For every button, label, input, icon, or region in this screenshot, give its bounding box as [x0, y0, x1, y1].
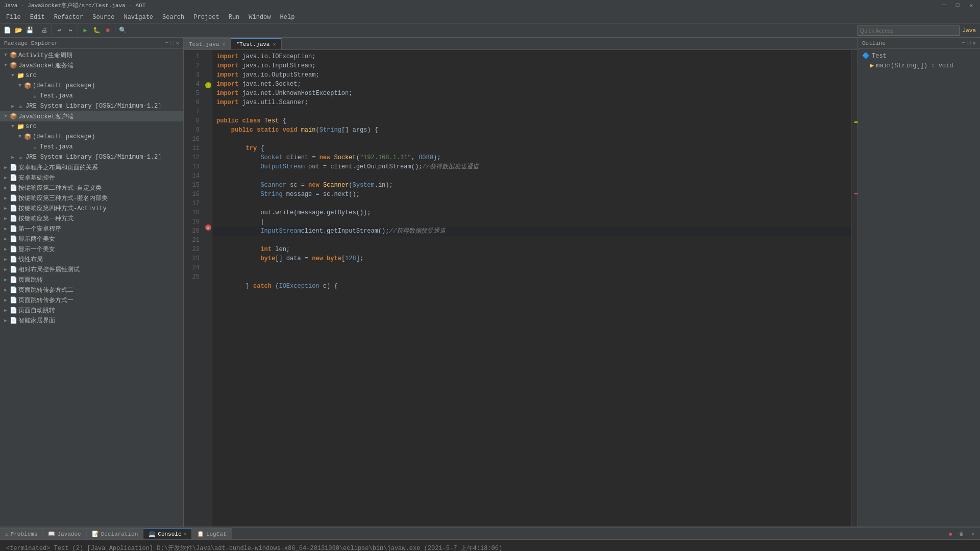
maximize-button[interactable]: □ [953, 2, 963, 9]
pe-close-icon[interactable]: ✕ [176, 40, 179, 46]
tree-label: Test.java [40, 92, 73, 99]
menu-navigate[interactable]: Navigate [119, 13, 157, 22]
console-close-icon[interactable]: ✕ [184, 531, 186, 537]
console-stop-icon[interactable]: ■ [945, 529, 955, 539]
tree-item-layout[interactable]: ▶ 📄 安卓程序之布局和页面的关系 [0, 162, 183, 172]
tree-item-key4[interactable]: ▶ 📄 按键响应第四种方式-Activity [0, 203, 183, 213]
menu-project[interactable]: Project [189, 13, 223, 22]
menu-file[interactable]: File [2, 13, 25, 22]
item-icon: 📄 [9, 235, 17, 243]
tree-label: 显示两个美女 [18, 235, 55, 243]
tree-item-one-girl[interactable]: ▶ 📄 显示一个美女 [0, 244, 183, 254]
toolbar-save[interactable]: 💾 [24, 26, 35, 36]
tree-item-client-jre[interactable]: ▶ ☕ JRE System Library [OSGi/Minimum-1.2… [0, 152, 183, 162]
tree-item-server-test[interactable]: ☕ Test.java [0, 91, 183, 101]
menu-help[interactable]: Help [276, 13, 299, 22]
console-scroll-icon[interactable]: ⬇ [968, 529, 978, 539]
tree-item-client-test[interactable]: ☕ Test.java [0, 142, 183, 152]
tab-javadoc[interactable]: 📖 Javadoc [43, 528, 86, 539]
toolbar-debug[interactable]: 🐛 [91, 26, 102, 36]
tree-item-controls[interactable]: ▶ 📄 安卓基础控件 [0, 172, 183, 183]
toolbar-perspective-java[interactable]: Java [961, 26, 978, 36]
pe-minimize-icon[interactable]: ─ [165, 40, 168, 46]
toolbar-undo[interactable]: ↩ [54, 26, 64, 36]
toolbar-stop[interactable]: ■ [103, 26, 113, 36]
toolbar-open[interactable]: 📂 [13, 26, 23, 36]
item-icon: 📄 [9, 205, 17, 212]
tree-item-jump[interactable]: ▶ 📄 页面跳转 [0, 274, 183, 285]
outline-class-label: Test [872, 53, 887, 60]
toolbar-redo[interactable]: ↪ [65, 26, 76, 36]
menu-edit[interactable]: Edit [26, 13, 49, 22]
toolbar-new[interactable]: 📄 [2, 26, 12, 36]
tab-problems[interactable]: ⚠ Problems [0, 528, 43, 539]
tab-test-java-modified[interactable]: *Test.java ✕ [231, 38, 281, 49]
tree-item-server-jre[interactable]: ▶ ☕ JRE System Library [OSGi/Minimum-1.2… [0, 101, 183, 111]
menu-search[interactable]: Search [158, 13, 188, 22]
tree-label: 线性布局 [18, 255, 43, 264]
outline-close-icon[interactable]: ✕ [972, 40, 976, 46]
tree-item-key1[interactable]: ▶ 📄 按键响应第一种方式 [0, 213, 183, 223]
minimize-button[interactable]: ─ [939, 2, 949, 9]
toolbar-search[interactable]: 🔍 [117, 26, 128, 36]
tab-console[interactable]: 💻 Console ✕ [143, 528, 192, 539]
tree-arrow: ▶ [2, 216, 9, 221]
toolbar: 📄 📂 💾 🖨 ↩ ↪ ▶ 🐛 ■ 🔍 Java [0, 23, 980, 38]
pe-maximize-icon[interactable]: □ [170, 40, 174, 46]
tree-item-server[interactable]: ▼ 📦 JavaSocket服务端 [0, 60, 183, 70]
tree-label: 按键响应第三种方式-匿名内部类 [18, 194, 108, 203]
minimap[interactable] [851, 50, 857, 527]
tree-item-first[interactable]: ▶ 📄 第一个安卓程序 [0, 223, 183, 234]
tree-item-relative[interactable]: ▶ 📄 相对布局控件属性测试 [0, 264, 183, 274]
tree-item-two-girls[interactable]: ▶ 📄 显示两个美女 [0, 234, 183, 244]
package-explorer: Package Explorer ─ □ ✕ ▼ 📦 Activity生命周期 … [0, 38, 184, 527]
close-button[interactable]: ✕ [966, 2, 976, 9]
tree-item-auto-jump[interactable]: ▶ 📄 页面自动跳转 [0, 305, 183, 315]
tree-item-linear[interactable]: ▶ 📄 线性布局 [0, 254, 183, 264]
tree-item-client-pkg[interactable]: ▼ 📦 (default package) [0, 132, 183, 142]
menu-window[interactable]: Window [244, 13, 275, 22]
project-icon: 📦 [9, 113, 17, 120]
toolbar-print[interactable]: 🖨 [39, 26, 50, 36]
tree-item-jump2[interactable]: ▶ 📄 页面跳转传参方式二 [0, 285, 183, 295]
lib-icon: ☕ [16, 103, 24, 110]
java-file-icon: ☕ [31, 143, 39, 151]
tab-test-java[interactable]: Test.java ✕ [184, 38, 231, 49]
outline-maximize-icon[interactable]: □ [967, 40, 971, 46]
tree-arrow: ▶ [2, 175, 9, 181]
menu-source[interactable]: Source [88, 13, 118, 22]
tree-item-server-pkg[interactable]: ▼ 📦 (default package) [0, 81, 183, 91]
tree-item-client[interactable]: ▼ 📦 JavaSocket客户端 [0, 111, 183, 121]
tree-item-key3[interactable]: ▶ 📄 按键响应第三种方式-匿名内部类 [0, 193, 183, 203]
item-icon: 📄 [9, 215, 17, 222]
title-text: Java - JavaSocket客户端/src/Test.java - ADT [4, 2, 939, 9]
tab-close-icon[interactable]: ✕ [222, 41, 225, 47]
tree-arrow: ▶ [2, 236, 9, 242]
tree-arrow: ▶ [2, 297, 9, 303]
menu-refactor[interactable]: Refactor [50, 13, 88, 22]
menu-run[interactable]: Run [225, 13, 244, 22]
tree-item-smarthome[interactable]: ▶ 📄 智能家居界面 [0, 315, 183, 325]
tab-console-label: Console [158, 531, 181, 537]
error-marker: ✕ [205, 224, 211, 231]
tree-item-client-src[interactable]: ▼ 📁 src [0, 121, 183, 132]
outline-header: Outline ─ □ ✕ [858, 38, 980, 49]
quick-access-input[interactable] [857, 26, 960, 36]
tab-logcat[interactable]: 📋 LogCat [192, 528, 232, 539]
tree-item-activity[interactable]: ▼ 📦 Activity生命周期 [0, 50, 183, 60]
tree-label: 智能家居界面 [18, 316, 55, 325]
warning-marker: ! [205, 82, 211, 88]
toolbar-run[interactable]: ▶ [80, 26, 90, 36]
console-clear-icon[interactable]: 🗑 [957, 529, 967, 539]
tree-item-server-src[interactable]: ▼ 📁 src [0, 70, 183, 81]
outline-minimize-icon[interactable]: ─ [962, 40, 965, 46]
code-content[interactable]: import java.io.IOException; import java.… [212, 50, 851, 527]
tree-item-jump1[interactable]: ▶ 📄 页面跳转传参方式一 [0, 295, 183, 305]
tab-declaration[interactable]: 📝 Declaration [87, 528, 144, 539]
outline-method-main[interactable]: ▶ main(String[]) : void [860, 61, 978, 70]
tree-item-key2[interactable]: ▶ 📄 按键响应第二种方式-自定义类 [0, 183, 183, 193]
tab-problems-label: Problems [11, 531, 38, 537]
tree-arrow [23, 144, 31, 149]
tab-close-icon[interactable]: ✕ [273, 41, 276, 47]
outline-class-test[interactable]: 🔷 Test [860, 51, 978, 61]
